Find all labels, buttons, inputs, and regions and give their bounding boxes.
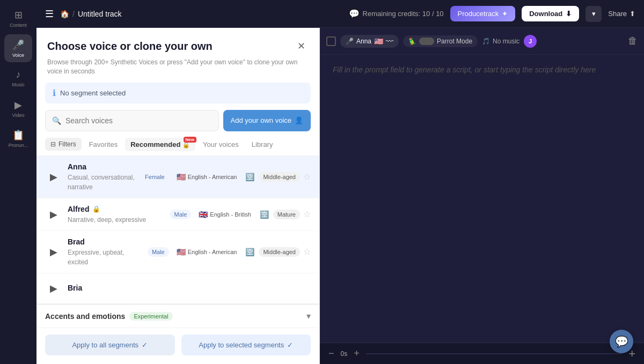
accents-panel: Accents and emotions Experimental ▾	[36, 304, 319, 328]
search-icon: 🔍	[52, 116, 61, 125]
zoom-out-button[interactable]: −	[328, 348, 334, 359]
play-brad-button[interactable]: ▶	[45, 243, 62, 261]
tab-your-voices[interactable]: Your voices	[197, 138, 244, 151]
chevron-down-icon: ▾	[592, 10, 596, 18]
filters-button[interactable]: ⊟ Filters	[45, 138, 82, 151]
apply-selected-button[interactable]: Apply to selected segments ✓	[181, 335, 311, 355]
search-add-row: 🔍 Add your own voice 👤	[36, 110, 319, 138]
apply-buttons-row: Apply to all segments ✓ Apply to selecte…	[36, 328, 319, 364]
tab-library[interactable]: Library	[246, 138, 279, 151]
accents-title-row: Accents and emotions Experimental	[45, 312, 173, 321]
search-box: 🔍	[45, 110, 219, 131]
apply-all-button[interactable]: Apply to all segments ✓	[45, 335, 175, 355]
alfred-star-button[interactable]: ☆	[303, 209, 311, 219]
anna-translate-button[interactable]: 🈳	[244, 172, 255, 182]
alfred-name-row: Alfred 🔒	[68, 205, 164, 213]
producetrack-icon: ✦	[502, 10, 508, 18]
expand-button[interactable]: ▾	[586, 6, 602, 22]
sidebar-item-voice[interactable]: 🎤 Voice	[4, 34, 32, 62]
sidebar-label-pronun: Pronun...	[9, 143, 28, 148]
play-bria-button[interactable]: ▶	[45, 280, 62, 297]
add-voice-label: Add your own voice	[231, 116, 291, 124]
anna-star-button[interactable]: ☆	[303, 172, 311, 182]
anna-tags: Female 🇺🇸 English - American 🈳 Middle-ag…	[141, 171, 311, 183]
recommended-tab-label: Recommended	[130, 140, 180, 148]
chevron-down-icon: ▾	[306, 311, 311, 321]
tab-recommended[interactable]: Recommended New 🔒	[125, 138, 195, 151]
download-button[interactable]: Download ⬇	[522, 6, 579, 21]
panel-header: Choose voice or clone your own ✕ Browse …	[36, 28, 319, 83]
share-label: Share	[608, 10, 627, 18]
producetrack-button[interactable]: Producetrack ✦	[450, 6, 516, 21]
sidebar-item-video[interactable]: ▶ Video	[4, 94, 32, 122]
delete-track-button[interactable]: 🗑	[628, 35, 638, 47]
waveform-icon: 〰	[386, 37, 393, 46]
music-note-icon: 🎵	[482, 38, 490, 45]
voice-panel: Choose voice or clone your own ✕ Browse …	[36, 28, 320, 364]
toggle-switch[interactable]	[419, 38, 434, 45]
alfred-language: English - British	[210, 211, 251, 218]
sidebar-item-pronun[interactable]: 📋 Pronun...	[4, 124, 32, 152]
alfred-flag: 🇬🇧	[199, 210, 208, 219]
parrot-mode-toggle[interactable]: 🦜 Parrot Mode	[403, 35, 478, 47]
credits-display: 💬 Remaining credits: 10 / 10	[349, 9, 444, 19]
brad-star-button[interactable]: ☆	[303, 247, 311, 257]
music-icon: ♪	[16, 69, 21, 80]
parrot-icon: 🦜	[408, 38, 416, 45]
hamburger-button[interactable]: ☰	[45, 8, 54, 20]
search-input[interactable]	[65, 110, 212, 131]
check-icon: ✓	[142, 341, 148, 349]
tab-favorites[interactable]: Favorites	[84, 138, 123, 151]
alfred-translate-button[interactable]: 🈳	[259, 209, 270, 220]
alfred-desc: Narrative, deep, expressive	[68, 216, 146, 224]
your-voices-tab-label: Your voices	[203, 140, 239, 148]
list-item[interactable]: ▶ Alfred 🔒 Narrative, deep, expressive M…	[36, 198, 319, 231]
pronun-icon: 📋	[12, 129, 24, 141]
list-item[interactable]: ▶ Brad Expressive, upbeat, excited Male …	[36, 231, 319, 273]
alfred-age-tag: Mature	[273, 210, 300, 219]
parrot-mode-label: Parrot Mode	[437, 38, 472, 45]
play-alfred-button[interactable]: ▶	[45, 206, 62, 223]
sidebar-label-music: Music	[12, 82, 25, 87]
list-item[interactable]: ▶ Anna Casual, conversational, narrative…	[36, 156, 319, 198]
close-panel-button[interactable]: ✕	[294, 39, 309, 54]
anna-chip: 🎤 Anna 🇺🇸 〰	[340, 35, 399, 48]
voice-icon: 🎤	[12, 39, 24, 51]
brad-voice-info: Brad Expressive, upbeat, excited	[68, 237, 142, 266]
accents-header[interactable]: Accents and emotions Experimental ▾	[45, 311, 311, 321]
breadcrumb: 🏠 / Untitled track	[60, 10, 122, 18]
share-button[interactable]: Share ⬆	[608, 10, 635, 18]
chat-bubble-button[interactable]: 💬	[610, 330, 633, 353]
track-voice-name: Anna	[356, 38, 371, 45]
list-item[interactable]: ▶ Bria	[36, 273, 319, 304]
download-icon: ⬇	[566, 10, 572, 18]
anna-voice-info: Anna Casual, conversational, narrative	[68, 162, 135, 191]
brad-desc: Expressive, upbeat, excited	[68, 249, 124, 266]
chat-icon: 💬	[615, 335, 628, 348]
accents-title: Accents and emotions	[45, 312, 125, 321]
apply-selected-label: Apply to selected segments	[199, 341, 284, 349]
anna-language: English - American	[188, 174, 237, 180]
alfred-gender-tag: Male	[170, 210, 191, 219]
zoom-in-button[interactable]: +	[354, 348, 360, 359]
track-checkbox[interactable]	[326, 36, 336, 46]
sidebar-item-content[interactable]: ⊞ Content	[4, 4, 32, 32]
producetrack-label: Producetrack	[458, 10, 499, 18]
brad-translate-button[interactable]: 🈳	[244, 247, 255, 257]
alfred-lock-icon: 🔒	[92, 205, 100, 213]
add-voice-button[interactable]: Add your own voice 👤	[223, 110, 311, 131]
alfred-lang-tag: 🇬🇧 English - British	[194, 209, 255, 220]
panel-title: Choose voice or clone your own	[47, 40, 213, 53]
script-placeholder: Fill in the prompt field to generate a s…	[333, 65, 631, 74]
breadcrumb-track-title: Untitled track	[78, 10, 122, 18]
script-area[interactable]: Fill in the prompt field to generate a s…	[320, 55, 644, 343]
content-area: Choose voice or clone your own ✕ Browse …	[36, 28, 644, 364]
sidebar: ⊞ Content 🎤 Voice ♪ Music ▶ Video 📋 Pron…	[0, 0, 36, 364]
sidebar-item-music[interactable]: ♪ Music	[4, 64, 32, 92]
play-anna-button[interactable]: ▶	[45, 168, 62, 185]
sidebar-label-video: Video	[12, 113, 25, 118]
track-voice-flag: 🇺🇸	[374, 37, 383, 46]
credits-label: Remaining credits: 10 / 10	[363, 10, 444, 18]
no-music-label: No music	[493, 38, 519, 45]
panel-subtitle: Browse through 200+ Synthetic Voices or …	[47, 58, 309, 76]
